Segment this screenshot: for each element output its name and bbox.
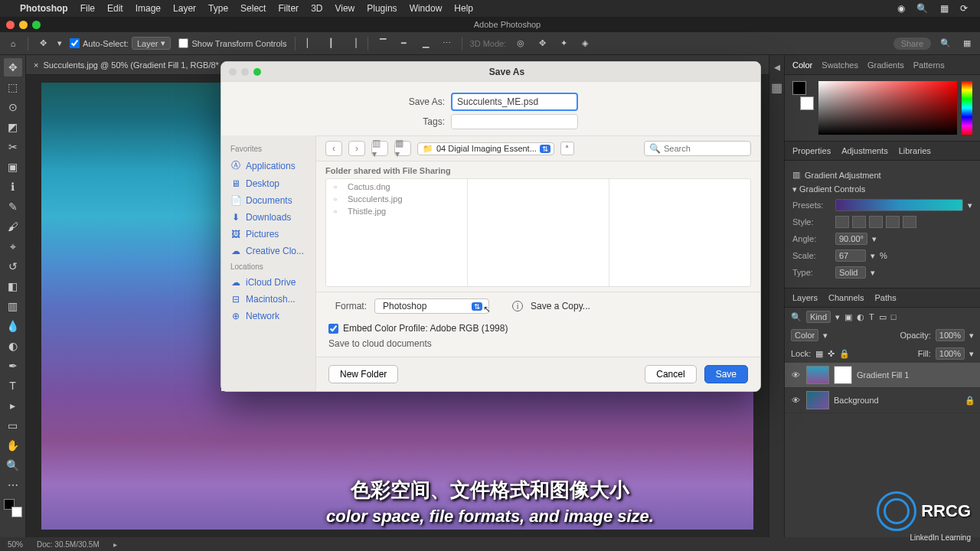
format-stepper-icon[interactable]: ⇅ [472, 302, 482, 311]
style-reflected-icon[interactable] [886, 216, 900, 228]
filter-shape-icon[interactable]: ▭ [879, 312, 887, 322]
cancel-button[interactable]: Cancel [645, 365, 696, 383]
edit-toolbar-icon[interactable]: ⋯ [4, 476, 22, 494]
tab-patterns[interactable]: Patterns [913, 60, 945, 70]
zoom-tool-icon[interactable]: 🔍 [4, 456, 22, 474]
menu-window[interactable]: Window [410, 3, 443, 14]
dialog-search-input[interactable] [664, 144, 769, 153]
home-icon[interactable]: ⌂ [6, 37, 20, 51]
menu-type[interactable]: Type [208, 3, 228, 14]
collapsed-panel-icon[interactable]: ▦ [771, 80, 782, 95]
style-angle-icon[interactable] [869, 216, 883, 228]
align-right-icon[interactable]: ▕ [346, 37, 360, 51]
lock-position-icon[interactable]: ✜ [828, 349, 835, 359]
filter-type-icon[interactable]: T [869, 312, 874, 321]
more-align-icon[interactable]: ⋯ [440, 37, 454, 51]
options-search-icon[interactable]: 🔍 [939, 37, 952, 51]
color-field[interactable] [818, 81, 957, 135]
app-menu[interactable]: Photoshop [20, 3, 68, 14]
nav-forward-button[interactable]: › [348, 141, 365, 156]
nav-back-button[interactable]: ‹ [325, 141, 342, 156]
tab-layers[interactable]: Layers [792, 293, 818, 302]
type-dropdown[interactable]: Solid [835, 266, 866, 279]
healing-brush-tool-icon[interactable]: ✎ [4, 197, 22, 216]
filter-adjustment-icon[interactable]: ◐ [857, 312, 864, 322]
show-transform-checkbox[interactable] [178, 38, 188, 48]
close-tab-icon[interactable]: × [34, 60, 38, 70]
path-select-tool-icon[interactable]: ▸ [4, 396, 22, 415]
tab-paths[interactable]: Paths [875, 293, 897, 302]
status-arrow-icon[interactable]: ▸ [113, 540, 117, 549]
lock-pixel-icon[interactable]: ▦ [815, 349, 823, 359]
type-tool-icon[interactable]: T [4, 377, 22, 395]
menu-help[interactable]: Help [454, 3, 473, 14]
workspace-switcher-icon[interactable]: ▦ [960, 37, 974, 51]
eyedropper-tool-icon[interactable]: ℹ [4, 178, 22, 196]
auto-select-target-dropdown[interactable]: Layer▾ [132, 37, 172, 50]
align-top-icon[interactable]: ▔ [376, 37, 390, 51]
style-linear-icon[interactable] [835, 216, 849, 228]
angle-field[interactable]: 90.00° [835, 233, 867, 245]
clone-stamp-tool-icon[interactable]: ⌖ [4, 237, 22, 256]
embed-profile-checkbox[interactable] [328, 324, 338, 334]
info-icon[interactable]: i [512, 301, 523, 311]
window-minimize-icon[interactable] [19, 21, 28, 29]
align-left-icon[interactable]: ▏ [303, 37, 317, 51]
blur-tool-icon[interactable]: 💧 [4, 317, 22, 335]
hue-slider[interactable] [962, 81, 972, 135]
menu-edit[interactable]: Edit [107, 3, 123, 14]
tab-color[interactable]: Color [792, 60, 812, 70]
sidebar-item-pictures[interactable]: 🖼Pictures [221, 226, 315, 243]
hand-tool-icon[interactable]: ✋ [4, 436, 22, 455]
tab-swatches[interactable]: Swatches [822, 60, 858, 70]
file-browser[interactable]: ▫Cactus.dng ▫Succulents.jpg ▫Thistle.jpg [325, 178, 751, 287]
save-to-cloud-link[interactable]: Save to cloud documents [328, 338, 432, 349]
history-brush-tool-icon[interactable]: ↺ [4, 257, 22, 276]
lock-all-icon[interactable]: 🔒 [839, 349, 850, 359]
lasso-tool-icon[interactable]: ⊙ [4, 98, 22, 116]
tags-input[interactable] [451, 114, 578, 129]
style-radial-icon[interactable] [852, 216, 866, 228]
path-popup[interactable]: 📁 04 Digial Imaging Essent... ⇅ [417, 142, 554, 155]
window-zoom-icon[interactable] [32, 21, 41, 29]
layer-background[interactable]: 👁 Background 🔒 [785, 388, 980, 413]
layer-name[interactable]: Gradient Fill 1 [857, 370, 975, 380]
save-as-filename-input[interactable] [451, 93, 578, 111]
collapse-button[interactable]: ˄ [560, 142, 574, 155]
align-center-h-icon[interactable]: ┃ [325, 37, 338, 51]
gradient-preset-dropdown[interactable] [835, 199, 963, 211]
sidebar-item-documents[interactable]: 📄Documents [221, 192, 315, 209]
file-item-thistle[interactable]: ▫Thistle.jpg [326, 205, 467, 217]
save-a-copy-link[interactable]: Save a Copy... [531, 301, 590, 311]
move-tool-preset-icon[interactable]: ✥ [36, 37, 50, 51]
layer-mask-thumbnail[interactable] [834, 366, 852, 384]
tab-gradients[interactable]: Gradients [867, 60, 904, 70]
view-columns-button[interactable]: ▥ ▾ [371, 141, 388, 156]
panel-foreground-swatch[interactable] [792, 81, 806, 95]
foreground-background-colors[interactable] [4, 499, 22, 517]
menu-image[interactable]: Image [136, 3, 161, 14]
file-item-cactus[interactable]: ▫Cactus.dng [326, 181, 467, 193]
layer-name[interactable]: Background [834, 396, 960, 405]
dialog-titlebar[interactable]: Save As [221, 62, 760, 82]
group-by-button[interactable]: ▦ ▾ [394, 141, 411, 156]
style-diamond-icon[interactable] [903, 216, 916, 228]
dodge-tool-icon[interactable]: ◐ [4, 337, 22, 355]
align-center-v-icon[interactable]: ━ [397, 37, 411, 51]
menu-3d[interactable]: 3D [311, 3, 322, 14]
layer-visibility-icon[interactable]: 👁 [789, 396, 802, 405]
filter-pixel-icon[interactable]: ▣ [844, 312, 852, 322]
path-stepper-icon[interactable]: ⇅ [540, 145, 550, 153]
crop-tool-icon[interactable]: ✂ [4, 138, 22, 156]
sync-icon[interactable]: ⟳ [960, 3, 968, 14]
section-gradient-controls[interactable]: ▾ Gradient Controls [792, 184, 865, 194]
dialog-close-icon[interactable] [229, 68, 237, 76]
expand-panels-icon[interactable]: ◂ [774, 60, 780, 74]
sidebar-item-downloads[interactable]: ⬇Downloads [221, 209, 315, 226]
color-swatch-pair[interactable] [792, 81, 814, 110]
background-color-swatch[interactable] [11, 507, 22, 517]
object-select-tool-icon[interactable]: ◩ [4, 118, 22, 136]
scale-field[interactable]: 67 [835, 249, 866, 262]
sidebar-item-icloud[interactable]: ☁iCloud Drive [221, 274, 315, 291]
search-icon[interactable]: 🔍 [916, 3, 928, 14]
